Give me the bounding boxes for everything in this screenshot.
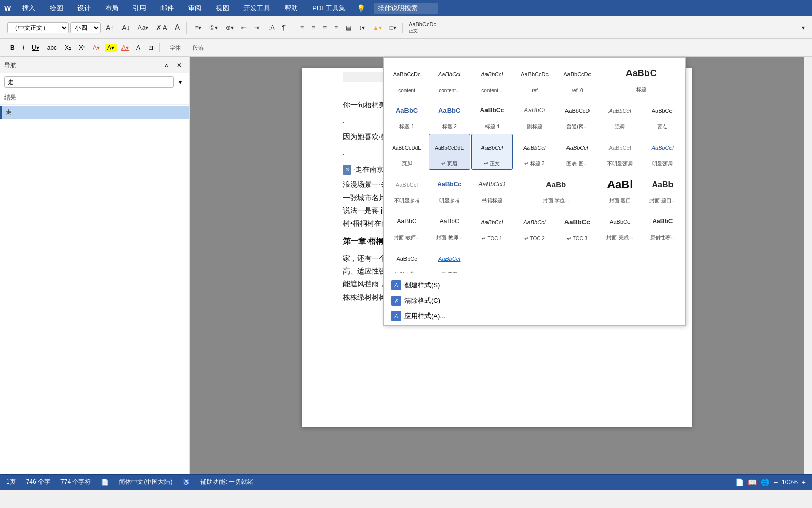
zoom-level: 100% — [782, 479, 798, 486]
style-fengmianjiaoshi[interactable]: AaBbC 封面-教师... — [386, 208, 428, 244]
subscript-btn[interactable]: X₂ — [62, 43, 74, 52]
menu-view[interactable]: 视图 — [213, 3, 232, 14]
style-mingxianck[interactable]: AaBbCc 明显参考 — [429, 171, 470, 207]
style-yejiao[interactable]: AaBbCeDdE 页脚 — [386, 134, 428, 170]
clear-format-btn[interactable]: ✗A — [153, 22, 170, 33]
style-biaoti1[interactable]: AaBbC 标题 1 — [386, 97, 428, 133]
style-content3[interactable]: AaBbCcI content... — [471, 60, 513, 96]
multilevel-btn[interactable]: ⊕▾ — [222, 23, 237, 33]
style-preview-bumingxian: AaBbCcI — [609, 136, 631, 159]
shrink-font-btn[interactable]: A↓ — [118, 22, 133, 33]
justify-btn[interactable]: ≡ — [331, 23, 341, 33]
menu-insert[interactable]: 插入 — [19, 3, 38, 14]
style-chaolianJie[interactable]: AaBbCcI 超链接 — [429, 245, 470, 273]
menu-design[interactable]: 设计 — [74, 3, 94, 14]
menu-draw[interactable]: 绘图 — [47, 3, 66, 14]
menu-review[interactable]: 审阅 — [185, 3, 205, 14]
style-toc3[interactable]: AaBbCc ↵ TOC 3 — [557, 208, 598, 244]
style-fengmiantimei-main[interactable]: AaBl 封面-题目 — [599, 171, 641, 207]
style-normal[interactable]: AaBbCcDc正文 — [405, 19, 440, 36]
style-mingxian[interactable]: AaBbCcI 明显强调 — [642, 134, 683, 170]
style-biaoti3[interactable]: AaBbCcI ↵ 标题 3 — [514, 134, 555, 170]
style-toc2[interactable]: AaBbCcI ↵ TOC 2 — [514, 208, 555, 244]
menu-references[interactable]: 引用 — [130, 3, 149, 14]
increase-indent-btn[interactable]: ⇥ — [251, 23, 262, 33]
style-yuanchuang2[interactable]: AaBbCc 原创性著... — [386, 245, 428, 273]
read-mode-btn[interactable]: 📖 — [748, 478, 757, 486]
change-case-btn[interactable]: Aa▾ — [135, 23, 152, 33]
style-biaoti4[interactable]: AaBbCc 标题 4 — [471, 97, 513, 133]
menu-developer[interactable]: 开发工具 — [240, 3, 273, 14]
style-content[interactable]: AaBbCcDc content — [386, 60, 428, 96]
style-bumingxianck[interactable]: AaBbCcI 不明显参考 — [386, 171, 428, 207]
style-fengmiantimei2[interactable]: AaBb 封面-题目... — [642, 171, 683, 207]
zoom-out-btn[interactable]: − — [774, 478, 778, 486]
search-dropdown-btn[interactable]: ▾ — [176, 77, 185, 87]
apply-style-btn[interactable]: A 应用样式(A)... — [388, 309, 681, 323]
style-ref0[interactable]: AaBbCcDc ref_0 — [557, 60, 598, 96]
search-result-item[interactable]: 走 — [0, 106, 189, 119]
style-label-content: content — [398, 88, 415, 93]
style-fengmianwancheng[interactable]: AaBbCc 封面-完成... — [599, 208, 641, 244]
create-style-btn[interactable]: A 创建样式(S) — [388, 278, 681, 292]
sort-btn[interactable]: ↕A — [264, 23, 277, 33]
style-bumingxian[interactable]: AaBbCcI 不明显强调 — [599, 134, 641, 170]
italic-btn[interactable]: I — [19, 43, 27, 52]
scrollbar[interactable] — [804, 57, 812, 474]
style-yetou[interactable]: AaBbCeDdE ↵ 页眉 — [429, 134, 470, 170]
align-center-btn[interactable]: ≡ — [309, 23, 318, 33]
style-qiangdiao[interactable]: AaBbCcI 强调 — [599, 97, 641, 133]
menu-layout[interactable]: 布局 — [102, 3, 121, 14]
zoom-in-btn[interactable]: + — [802, 478, 806, 486]
show-marks-btn[interactable]: ¶ — [279, 23, 288, 33]
menu-pdf[interactable]: PDF工具集 — [309, 3, 349, 14]
web-layout-btn[interactable]: 🌐 — [761, 478, 769, 486]
text-effects-btn[interactable]: A — [172, 22, 184, 34]
style-ref[interactable]: AaBbCcDc ref — [514, 60, 555, 96]
style-label-tubiaotu: 图表-图... — [566, 160, 588, 167]
columns-btn[interactable]: ▤ — [342, 23, 354, 33]
align-left-btn[interactable]: ≡ — [297, 23, 307, 33]
strikethrough-btn[interactable]: abc — [44, 43, 60, 52]
border-btn[interactable]: □▾ — [387, 23, 399, 33]
close-panel-btn[interactable]: ✕ — [174, 61, 185, 70]
grow-font-btn[interactable]: A↑ — [103, 22, 117, 33]
style-fengmianxuewei[interactable]: AaBb 封面-学位... — [514, 171, 598, 207]
bullets-btn[interactable]: ≡▾ — [192, 23, 205, 33]
font-size-select[interactable]: 小四 — [70, 22, 101, 33]
style-zhengwen[interactable]: AaBbCcI ↵ 正文 — [471, 134, 513, 170]
numbering-btn[interactable]: ①▾ — [206, 23, 221, 33]
char-shading-btn[interactable]: A — [133, 43, 144, 52]
search-box[interactable]: 操作说明搜索 — [374, 3, 438, 14]
style-biaoti2[interactable]: AaBbC 标题 2 — [429, 97, 470, 133]
page-layout-btn[interactable]: 📄 — [735, 478, 744, 486]
font-color-btn2[interactable]: A▾ — [118, 43, 132, 52]
style-toc1[interactable]: AaBbCcI ↵ TOC 1 — [471, 208, 513, 244]
style-yuanchuang1[interactable]: AaBbC 原创性著... — [642, 208, 683, 244]
bold-btn[interactable]: B — [7, 43, 18, 52]
style-fengmianjiaoshi2[interactable]: AaBbC 封面-教师... — [429, 208, 470, 244]
style-tubiaotu[interactable]: AaBbCcI 图表-图... — [557, 134, 598, 170]
text-color-btn[interactable]: A▾ — [90, 43, 103, 52]
shading-btn[interactable]: ▲▾ — [370, 23, 385, 33]
decrease-indent-btn[interactable]: ⇤ — [238, 23, 250, 33]
styles-more-btn[interactable]: ▾ — [799, 19, 808, 36]
collapse-panel-btn[interactable]: ∧ — [161, 61, 172, 70]
underline-btn[interactable]: U▾ — [29, 43, 43, 52]
line-spacing-btn[interactable]: ↕▾ — [356, 23, 368, 33]
style-putong[interactable]: AaBbCcD 普通(网... — [557, 97, 598, 133]
align-right-btn[interactable]: ≡ — [320, 23, 330, 33]
menu-mailings[interactable]: 邮件 — [157, 3, 177, 14]
clear-style-btn[interactable]: ✗ 清除格式(C) — [388, 294, 681, 308]
style-content2[interactable]: AaBbCcI content... — [429, 60, 470, 96]
search-input[interactable] — [4, 76, 174, 88]
highlight-btn[interactable]: A▾ — [105, 44, 117, 52]
menu-help[interactable]: 帮助 — [281, 3, 301, 14]
style-biaoti[interactable]: AaBbC 标题 — [599, 60, 683, 96]
style-fubiaoti[interactable]: AaBbCı 副标题 — [514, 97, 555, 133]
style-shujibiaoti[interactable]: AaBbCcD 书籍标题 — [471, 171, 513, 207]
char-border-btn[interactable]: ⊡ — [145, 43, 156, 52]
font-name-select[interactable]: （中文正文） — [7, 22, 69, 33]
superscript-btn[interactable]: X² — [76, 43, 88, 52]
style-yaodian[interactable]: AaBbCcI 要点 — [642, 97, 683, 133]
